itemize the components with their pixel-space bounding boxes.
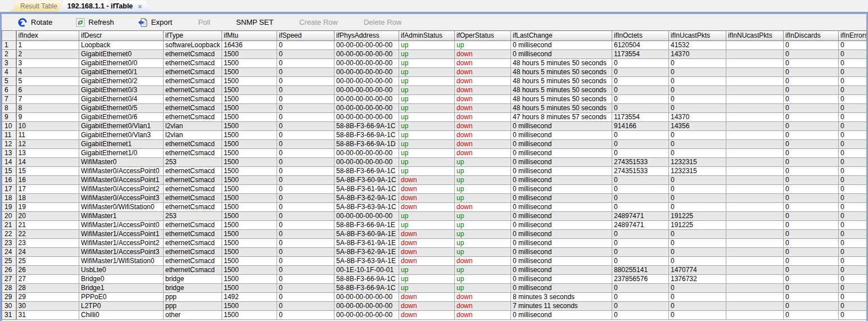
cell-ifInUcastPkts[interactable]: 0 xyxy=(669,59,726,68)
cell-ifMtu[interactable]: 1500 xyxy=(222,302,277,311)
cell-ifIndex[interactable]: 3 xyxy=(16,59,79,68)
cell-ifInUcastPkts[interactable]: 0 xyxy=(669,311,726,320)
cell-ifLastChange[interactable]: 0 millisecond xyxy=(511,248,612,257)
cell-ifInErrors[interactable]: 0 xyxy=(839,248,867,257)
cell-ifOperStatus[interactable]: down xyxy=(455,131,511,140)
cell-ifInDiscards[interactable]: 0 xyxy=(784,293,839,302)
cell-ifInNUcastPkts[interactable] xyxy=(726,104,784,113)
cell-ifAdminStatus[interactable]: up xyxy=(399,266,455,275)
cell-ifDescr[interactable]: WifiMaster1 xyxy=(79,212,164,221)
cell-ifInDiscards[interactable]: 0 xyxy=(784,194,839,203)
cell-ifOperStatus[interactable]: up xyxy=(455,284,511,293)
cell-ifInUcastPkts[interactable]: 0 xyxy=(669,194,726,203)
cell-ifAdminStatus[interactable]: down xyxy=(399,248,455,257)
cell-ifLastChange[interactable]: 48 hours 5 minutes 50 seconds xyxy=(511,59,612,68)
cell-ifInOctets[interactable]: 0 xyxy=(612,68,669,77)
cell-ifInNUcastPkts[interactable] xyxy=(726,140,784,149)
cell-ifAdminStatus[interactable]: up xyxy=(399,212,455,221)
cell-ifType[interactable]: ethernetCsmacd xyxy=(164,68,222,77)
cell-ifAdminStatus[interactable]: down xyxy=(399,230,455,239)
cell-ifMtu[interactable]: 1500 xyxy=(222,104,277,113)
cell-ifDescr[interactable]: GigabitEthernet0/3 xyxy=(79,86,164,95)
cell-ifMtu[interactable]: 1492 xyxy=(222,293,277,302)
cell-ifInDiscards[interactable]: 0 xyxy=(784,41,839,50)
row-number[interactable]: 7 xyxy=(2,95,16,104)
cell-ifAdminStatus[interactable]: up xyxy=(399,50,455,59)
cell-ifInOctets[interactable]: 880255141 xyxy=(612,266,669,275)
cell-ifIndex[interactable]: 26 xyxy=(16,266,79,275)
cell-ifInUcastPkts[interactable]: 0 xyxy=(669,257,726,266)
export-button[interactable]: Export xyxy=(138,18,173,27)
cell-ifIndex[interactable]: 21 xyxy=(16,221,79,230)
cell-ifInDiscards[interactable]: 0 xyxy=(784,131,839,140)
cell-ifSpeed[interactable]: 0 xyxy=(277,77,334,86)
cell-ifIndex[interactable]: 8 xyxy=(16,104,79,113)
cell-ifInDiscards[interactable]: 0 xyxy=(784,239,839,248)
cell-ifInErrors[interactable]: 0 xyxy=(839,77,867,86)
cell-ifInNUcastPkts[interactable] xyxy=(726,68,784,77)
cell-ifInDiscards[interactable]: 0 xyxy=(784,230,839,239)
cell-ifOperStatus[interactable]: down xyxy=(455,77,511,86)
cell-ifOperStatus[interactable]: down xyxy=(455,293,511,302)
cell-ifPhysAddress[interactable]: 00-00-00-00-00-00 xyxy=(334,59,399,68)
tab-iftable[interactable]: 192.168.1.1 - ifTable × xyxy=(58,1,151,12)
cell-ifLastChange[interactable]: 8 minutes 3 seconds xyxy=(511,293,612,302)
cell-ifInErrors[interactable]: 0 xyxy=(839,113,867,122)
cell-ifInDiscards[interactable]: 0 xyxy=(784,122,839,131)
cell-ifInUcastPkts[interactable]: 0 xyxy=(669,176,726,185)
cell-ifType[interactable]: ethernetCsmacd xyxy=(164,185,222,194)
cell-ifAdminStatus[interactable]: down xyxy=(399,293,455,302)
cell-ifPhysAddress[interactable]: 58-8B-F3-66-9A-1C xyxy=(334,275,399,284)
cell-ifInNUcastPkts[interactable] xyxy=(726,50,784,59)
cell-ifInNUcastPkts[interactable] xyxy=(726,284,784,293)
cell-ifInDiscards[interactable]: 0 xyxy=(784,50,839,59)
row-number[interactable]: 19 xyxy=(2,203,16,212)
cell-ifType[interactable]: l2vlan xyxy=(164,122,222,131)
rotate-button[interactable]: Rotate xyxy=(17,18,52,27)
cell-ifIndex[interactable]: 5 xyxy=(16,77,79,86)
cell-ifLastChange[interactable]: 48 hours 5 minutes 50 seconds xyxy=(511,68,612,77)
cell-ifInUcastPkts[interactable]: 0 xyxy=(669,185,726,194)
cell-ifSpeed[interactable]: 0 xyxy=(277,167,334,176)
cell-ifInErrors[interactable]: 0 xyxy=(839,104,867,113)
cell-ifDescr[interactable]: GigabitEthernet0/6 xyxy=(79,113,164,122)
row-number[interactable]: 30 xyxy=(2,302,16,311)
cell-ifInDiscards[interactable]: 0 xyxy=(784,203,839,212)
cell-ifDescr[interactable]: GigabitEthernet0/4 xyxy=(79,95,164,104)
cell-ifAdminStatus[interactable]: down xyxy=(399,257,455,266)
cell-ifInErrors[interactable]: 0 xyxy=(839,257,867,266)
cell-ifLastChange[interactable]: 0 millisecond xyxy=(511,149,612,158)
cell-ifInOctets[interactable]: 0 xyxy=(612,131,669,140)
cell-ifInOctets[interactable]: 0 xyxy=(612,59,669,68)
cell-ifDescr[interactable]: WifiMaster0/WifiStation0 xyxy=(79,203,164,212)
column-header-ifOperStatus[interactable]: ifOperStatus xyxy=(455,31,511,41)
cell-ifMtu[interactable]: 16436 xyxy=(222,41,277,50)
cell-ifInNUcastPkts[interactable] xyxy=(726,41,784,50)
cell-ifOperStatus[interactable]: down xyxy=(455,104,511,113)
cell-ifMtu[interactable]: 1500 xyxy=(222,122,277,131)
cell-ifSpeed[interactable]: 0 xyxy=(277,221,334,230)
cell-ifLastChange[interactable]: 0 millisecond xyxy=(511,266,612,275)
cell-ifInNUcastPkts[interactable] xyxy=(726,122,784,131)
cell-ifSpeed[interactable]: 0 xyxy=(277,239,334,248)
cell-ifLastChange[interactable]: 0 millisecond xyxy=(511,203,612,212)
row-number[interactable]: 21 xyxy=(2,221,16,230)
row-number[interactable]: 16 xyxy=(2,176,16,185)
cell-ifOperStatus[interactable]: down xyxy=(455,203,511,212)
row-number[interactable]: 23 xyxy=(2,239,16,248)
cell-ifInDiscards[interactable]: 0 xyxy=(784,185,839,194)
cell-ifType[interactable]: ethernetCsmacd xyxy=(164,221,222,230)
cell-ifInDiscards[interactable]: 0 xyxy=(784,311,839,320)
cell-ifInNUcastPkts[interactable] xyxy=(726,194,784,203)
cell-ifInUcastPkts[interactable]: 0 xyxy=(669,203,726,212)
cell-ifAdminStatus[interactable]: up xyxy=(399,158,455,167)
cell-ifAdminStatus[interactable]: up xyxy=(399,59,455,68)
cell-ifDescr[interactable]: WifiMaster0/AccessPoint3 xyxy=(79,194,164,203)
cell-ifIndex[interactable]: 18 xyxy=(16,194,79,203)
cell-ifOperStatus[interactable]: up xyxy=(455,41,511,50)
row-number[interactable]: 13 xyxy=(2,149,16,158)
row-number[interactable]: 15 xyxy=(2,167,16,176)
cell-ifSpeed[interactable]: 0 xyxy=(277,131,334,140)
cell-ifOperStatus[interactable]: up xyxy=(455,194,511,203)
cell-ifInOctets[interactable]: 0 xyxy=(612,293,669,302)
